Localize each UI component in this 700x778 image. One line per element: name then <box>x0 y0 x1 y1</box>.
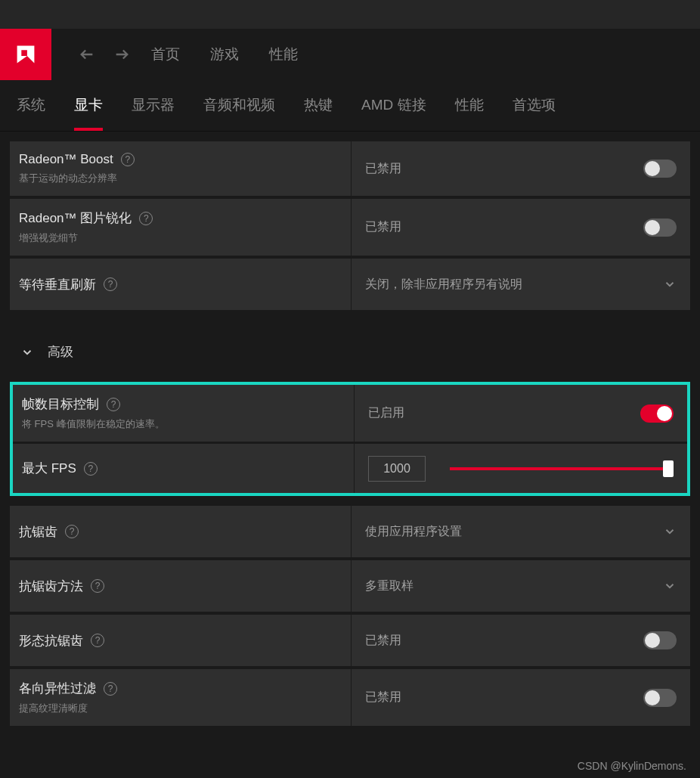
row-image-sharpening: Radeon™ 图片锐化 ? 增强视觉细节 已禁用 <box>10 199 690 256</box>
settings-tabs: 系统 显卡 显示器 音频和视频 热键 AMD 链接 性能 首选项 <box>0 80 700 132</box>
help-icon[interactable]: ? <box>121 153 135 166</box>
row-antialiasing: 抗锯齿 ? 使用应用程序设置 <box>10 506 690 557</box>
row-right: 已禁用 <box>352 141 690 196</box>
row-left: 抗锯齿方法 ? <box>10 560 352 612</box>
row-title: 抗锯齿方法 <box>19 578 83 595</box>
row-value: 已禁用 <box>365 219 401 235</box>
tab-amd-link[interactable]: AMD 链接 <box>361 80 426 131</box>
highlighted-settings: 帧数目标控制 ? 将 FPS 峰值限制在稳定的速率。 已启用 最大 FPS ? <box>10 382 690 496</box>
chevron-down-icon <box>663 525 677 538</box>
row-frtc: 帧数目标控制 ? 将 FPS 峰值限制在稳定的速率。 已启用 <box>13 385 687 442</box>
chevron-down-icon <box>20 346 34 359</box>
row-aa-method: 抗锯齿方法 ? 多重取样 <box>10 560 690 612</box>
toggle-frtc[interactable] <box>640 404 674 423</box>
row-max-fps: 最大 FPS ? <box>13 442 687 493</box>
settings-content: Radeon™ Boost ? 基于运动的动态分辨率 已禁用 Radeon™ 图… <box>0 132 700 726</box>
row-morph-aa: 形态抗锯齿 ? 已禁用 <box>10 615 690 666</box>
tab-system[interactable]: 系统 <box>17 80 45 131</box>
row-value: 关闭，除非应用程序另有说明 <box>365 277 522 293</box>
amd-logo[interactable] <box>0 29 51 80</box>
amd-logo-icon <box>11 40 40 69</box>
back-arrow-icon[interactable] <box>79 46 95 63</box>
row-right[interactable]: 多重取样 <box>352 560 690 612</box>
row-value: 使用应用程序设置 <box>365 524 462 540</box>
row-vsync: 等待垂直刷新 ? 关闭，除非应用程序另有说明 <box>10 259 690 310</box>
nav-games[interactable]: 游戏 <box>210 45 239 64</box>
help-icon[interactable]: ? <box>84 462 98 476</box>
row-right <box>355 444 687 493</box>
tab-graphics[interactable]: 显卡 <box>74 80 103 131</box>
max-fps-slider[interactable] <box>450 467 669 470</box>
title-bar <box>0 0 700 29</box>
row-left: 等待垂直刷新 ? <box>10 259 352 310</box>
chevron-down-icon <box>663 579 677 593</box>
nav-items: 首页 游戏 性能 <box>151 45 298 64</box>
row-desc: 将 FPS 峰值限制在稳定的速率。 <box>22 417 339 431</box>
help-icon[interactable]: ? <box>104 682 117 696</box>
toggle-morph-aa[interactable] <box>643 631 677 649</box>
help-icon[interactable]: ? <box>139 212 153 225</box>
row-right: 已禁用 <box>352 199 690 256</box>
toggle-sharpening[interactable] <box>643 219 677 237</box>
row-left: Radeon™ Boost ? 基于运动的动态分辨率 <box>10 141 352 196</box>
tab-preferences[interactable]: 首选项 <box>513 80 556 131</box>
slider-thumb[interactable] <box>663 460 674 477</box>
row-radeon-boost: Radeon™ Boost ? 基于运动的动态分辨率 已禁用 <box>10 141 690 196</box>
tab-audio-video[interactable]: 音频和视频 <box>203 80 275 131</box>
row-value: 已启用 <box>368 405 404 421</box>
section-title: 高级 <box>48 343 73 361</box>
row-left: 抗锯齿 ? <box>10 506 352 557</box>
chevron-down-icon <box>663 277 677 291</box>
row-desc: 基于运动的动态分辨率 <box>19 172 336 185</box>
row-right: 已禁用 <box>352 615 690 666</box>
forward-arrow-icon[interactable] <box>113 46 130 63</box>
row-title: 帧数目标控制 <box>22 395 99 413</box>
help-icon[interactable]: ? <box>107 398 120 411</box>
row-left: 各向异性过滤 ? 提高纹理清晰度 <box>10 669 352 726</box>
row-desc: 提高纹理清晰度 <box>19 702 336 715</box>
max-fps-input[interactable] <box>368 456 426 482</box>
row-left: 形态抗锯齿 ? <box>10 615 352 666</box>
nav-arrows <box>51 46 151 63</box>
toggle-anisotropic[interactable] <box>643 689 677 707</box>
row-desc: 增强视觉细节 <box>19 231 336 245</box>
row-title: Radeon™ 图片锐化 <box>19 209 132 227</box>
help-icon[interactable]: ? <box>104 277 117 291</box>
row-title: Radeon™ Boost <box>19 152 113 167</box>
help-icon[interactable]: ? <box>65 525 79 538</box>
nav-performance[interactable]: 性能 <box>269 45 298 64</box>
row-value: 已禁用 <box>365 633 401 649</box>
row-left: 最大 FPS ? <box>13 444 355 493</box>
row-title: 各向异性过滤 <box>19 680 96 697</box>
toggle-boost[interactable] <box>643 160 677 178</box>
row-title: 最大 FPS <box>22 460 76 477</box>
row-value: 已禁用 <box>365 690 401 705</box>
row-value: 已禁用 <box>365 161 401 177</box>
main-navbar: 首页 游戏 性能 <box>0 29 700 80</box>
row-title: 形态抗锯齿 <box>19 632 83 649</box>
tab-hotkeys[interactable]: 热键 <box>304 80 333 131</box>
tab-display[interactable]: 显示器 <box>132 80 175 131</box>
row-anisotropic: 各向异性过滤 ? 提高纹理清晰度 已禁用 <box>10 669 690 726</box>
tab-performance[interactable]: 性能 <box>455 80 484 131</box>
row-right[interactable]: 关闭，除非应用程序另有说明 <box>352 259 690 310</box>
row-right[interactable]: 使用应用程序设置 <box>352 506 690 557</box>
row-value: 多重取样 <box>365 578 413 594</box>
row-title: 抗锯齿 <box>19 523 57 541</box>
row-title: 等待垂直刷新 <box>19 276 96 293</box>
help-icon[interactable]: ? <box>91 634 104 647</box>
help-icon[interactable]: ? <box>91 579 104 593</box>
row-right: 已启用 <box>355 385 687 442</box>
row-left: 帧数目标控制 ? 将 FPS 峰值限制在稳定的速率。 <box>13 385 355 442</box>
section-advanced[interactable]: 高级 <box>10 313 690 382</box>
watermark: CSDN @KylinDemons. <box>578 760 686 772</box>
row-left: Radeon™ 图片锐化 ? 增强视觉细节 <box>10 199 352 256</box>
nav-home[interactable]: 首页 <box>151 45 180 64</box>
row-right: 已禁用 <box>352 669 690 726</box>
